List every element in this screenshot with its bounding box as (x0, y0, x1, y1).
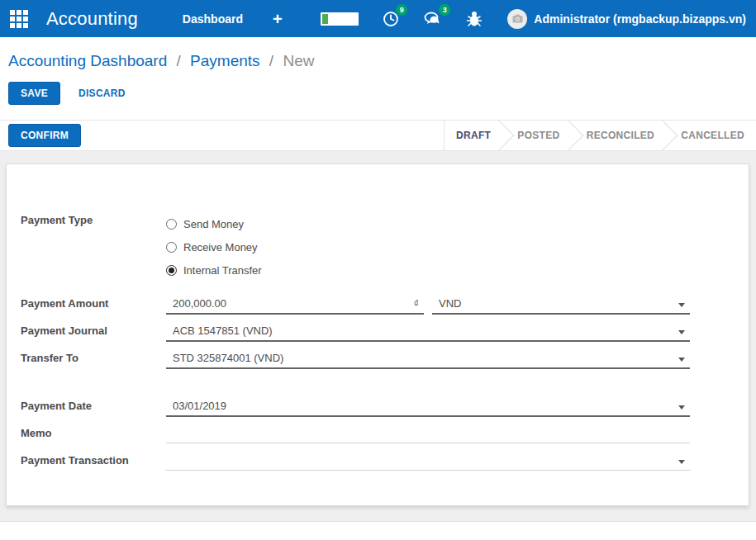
breadcrumb-new: New (283, 52, 314, 69)
payment-type-radio-group: Send Money Receive Money Internal Transf… (166, 212, 262, 282)
radio-send-money[interactable]: Send Money (166, 212, 262, 235)
user-menu[interactable]: Administrator (rmgbackup.bizapps.vn) (507, 9, 746, 29)
activities-button[interactable]: 9 (382, 10, 400, 28)
status-pipeline: DRAFT POSTED RECONCILED CANCELLED (444, 121, 756, 150)
camera-icon (512, 14, 523, 23)
top-navbar: Accounting Dashboard + 9 3 (0, 0, 756, 37)
payment-journal-row: Payment Journal ACB 1547851 (VND) (21, 323, 749, 350)
memo-input[interactable] (173, 427, 687, 439)
radio-selected-icon[interactable] (166, 265, 177, 276)
activities-badge: 9 (396, 4, 407, 16)
breadcrumb-accounting-dashboard[interactable]: Accounting Dashboard (8, 52, 167, 69)
payment-amount-label: Payment Amount (21, 296, 166, 310)
messages-badge: 3 (439, 4, 450, 16)
dropdown-caret-icon[interactable] (678, 303, 685, 307)
payment-amount-input[interactable] (173, 297, 414, 310)
payment-type-row: Payment Type Send Money Receive Money In… (21, 212, 749, 282)
messages-button[interactable]: 3 (423, 10, 443, 28)
main-content: Payment Type Send Money Receive Money In… (0, 151, 756, 506)
payment-transaction-select[interactable] (166, 452, 690, 471)
apps-menu-icon[interactable] (10, 10, 28, 28)
currency-symbol: ₫ (414, 298, 421, 310)
payment-date-row: Payment Date (21, 398, 749, 425)
payment-type-label: Payment Type (21, 212, 166, 282)
transfer-to-select[interactable]: STD 325874001 (VND) (166, 350, 690, 369)
currency-value: VND (439, 297, 461, 310)
user-name: Administrator (rmgbackup.bizapps.vn) (534, 12, 746, 26)
radio-internal-transfer-label: Internal Transfer (183, 264, 262, 277)
chevron-right-icon (648, 121, 678, 150)
radio-send-money-label: Send Money (183, 218, 244, 230)
payment-amount-row: Payment Amount ₫ VND (21, 296, 749, 323)
debug-button[interactable] (466, 10, 483, 28)
bug-icon (466, 10, 483, 28)
chatter-area (0, 521, 756, 540)
radio-internal-transfer[interactable]: Internal Transfer (166, 258, 262, 282)
payment-date-input[interactable] (173, 400, 687, 412)
form-sheet: Payment Type Send Money Receive Money In… (6, 163, 749, 506)
menu-dashboard[interactable]: Dashboard (183, 12, 243, 26)
save-button[interactable]: SAVE (8, 82, 60, 105)
transfer-to-value: STD 325874001 (VND) (173, 352, 283, 364)
memo-label: Memo (21, 425, 166, 439)
payment-transaction-input[interactable] (173, 454, 687, 467)
radio-receive-money[interactable]: Receive Money (166, 235, 262, 258)
breadcrumb-payments[interactable]: Payments (190, 52, 259, 69)
sheet-bottom-gap (0, 506, 756, 521)
transfer-to-label: Transfer To (21, 350, 166, 364)
radio-icon[interactable] (166, 242, 177, 253)
dropdown-caret-icon[interactable] (678, 358, 685, 362)
app-title: Accounting (46, 8, 138, 30)
chevron-right-icon (553, 121, 583, 150)
timer-progress-fill (322, 14, 328, 24)
avatar (507, 9, 527, 29)
form-statusbar: CONFIRM DRAFT POSTED RECONCILED CANCELLE… (0, 120, 756, 151)
currency-select[interactable]: VND (432, 296, 690, 315)
breadcrumb-separator: / (269, 52, 273, 69)
plus-icon[interactable]: + (273, 11, 283, 27)
payment-date-field[interactable] (166, 398, 690, 417)
payment-transaction-row: Payment Transaction (21, 452, 749, 480)
breadcrumb: Accounting Dashboard / Payments / New (8, 52, 748, 70)
radio-icon[interactable] (166, 219, 177, 230)
dropdown-caret-icon[interactable] (678, 330, 685, 334)
payment-journal-value: ACB 1547851 (VND) (173, 324, 273, 337)
status-cancelled[interactable]: CANCELLED (681, 130, 744, 141)
memo-row: Memo (21, 425, 749, 452)
payment-transaction-label: Payment Transaction (21, 452, 166, 467)
dropdown-caret-icon[interactable] (678, 460, 685, 464)
control-panel: Accounting Dashboard / Payments / New SA… (0, 37, 756, 120)
payment-date-label: Payment Date (21, 398, 166, 412)
chevron-right-icon (484, 121, 515, 150)
transfer-to-row: Transfer To STD 325874001 (VND) (21, 350, 749, 377)
memo-field[interactable] (166, 425, 690, 443)
timer-progress-widget[interactable] (321, 12, 359, 26)
payment-amount-field[interactable]: ₫ (166, 296, 424, 315)
control-panel-buttons: SAVE DISCARD (8, 82, 748, 105)
payment-journal-label: Payment Journal (21, 323, 166, 337)
breadcrumb-separator: / (177, 52, 181, 69)
payment-journal-select[interactable]: ACB 1547851 (VND) (166, 323, 690, 342)
radio-receive-money-label: Receive Money (183, 241, 258, 253)
status-reconciled[interactable]: RECONCILED (587, 130, 654, 141)
confirm-button[interactable]: CONFIRM (8, 124, 81, 147)
dropdown-caret-icon[interactable] (678, 405, 685, 410)
discard-button[interactable]: DISCARD (78, 88, 126, 99)
